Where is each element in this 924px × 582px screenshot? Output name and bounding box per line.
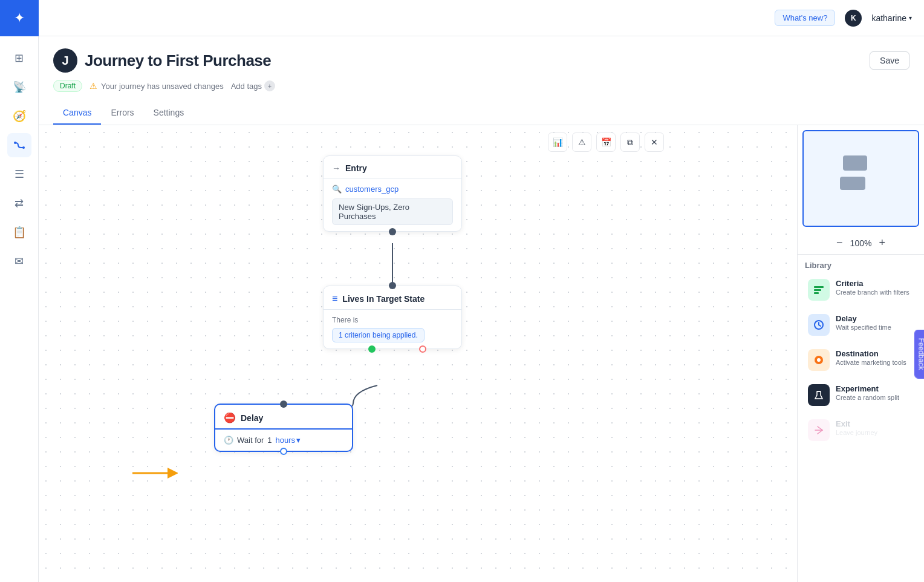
exit-lib-name: Exit bbox=[836, 419, 877, 428]
close-icon[interactable]: ✕ bbox=[645, 132, 664, 152]
page-header: J Journey to First Purchase Save Draft ⚠… bbox=[39, 36, 924, 125]
criteria-lib-desc: Create branch with filters bbox=[836, 289, 909, 296]
status-badge: Draft bbox=[53, 80, 82, 92]
delay-top-dot bbox=[280, 401, 287, 408]
svg-rect-6 bbox=[814, 292, 819, 294]
sidebar-item-navigation[interactable]: 🧭 bbox=[7, 104, 31, 128]
library-header: Library bbox=[798, 255, 924, 273]
hours-select[interactable]: hours ▾ bbox=[276, 436, 301, 445]
criteria-node[interactable]: ≡ Lives In Target State There is 1 crite… bbox=[323, 286, 462, 349]
right-panel: Feedback − 100% + Library bbox=[797, 125, 924, 582]
delay-lib-text: Delay Wait specified time bbox=[836, 314, 891, 331]
there-is-text: There is bbox=[332, 316, 453, 324]
sidebar-item-reports[interactable]: 📋 bbox=[7, 220, 31, 244]
zoom-out-button[interactable]: − bbox=[836, 237, 843, 249]
tab-canvas[interactable]: Canvas bbox=[53, 102, 101, 125]
sidebar-item-integrations[interactable]: ⇄ bbox=[7, 191, 31, 215]
save-button[interactable]: Save bbox=[870, 51, 909, 70]
minimap-node-1 bbox=[843, 155, 867, 171]
warning-icon: ⚠ bbox=[89, 81, 97, 91]
wait-value: 1 bbox=[267, 436, 272, 445]
criterion-badge: 1 criterion being applied. bbox=[332, 328, 425, 342]
canvas[interactable]: 📊 ⚠ 📅 ⧉ ✕ → Entry bbox=[39, 125, 797, 582]
arrow-annotation bbox=[129, 464, 178, 482]
criteria-header: ≡ Lives In Target State bbox=[324, 286, 461, 310]
username-dropdown[interactable]: katharine ▾ bbox=[871, 13, 912, 23]
entry-node[interactable]: → Entry 🔍 customers_gcp New Sign-Ups, Ze… bbox=[323, 155, 462, 232]
unsaved-message: ⚠ Your journey has unsaved changes bbox=[89, 81, 224, 91]
library-items: Criteria Create branch with filters Dela… bbox=[798, 273, 924, 582]
library-item-destination[interactable]: Destination Activate marketing tools bbox=[802, 344, 919, 376]
criteria-yes-dot bbox=[368, 345, 376, 353]
chevron-down-icon: ▾ bbox=[909, 15, 912, 21]
calendar-icon[interactable]: 📅 bbox=[596, 132, 616, 152]
copy-icon[interactable]: ⧉ bbox=[620, 132, 640, 152]
minimap[interactable] bbox=[802, 130, 919, 227]
entry-bottom-dot bbox=[389, 228, 396, 235]
destination-lib-desc: Activate marketing tools bbox=[836, 359, 906, 366]
sidebar: ⊞ 📡 🧭 ☰ ⇄ 📋 ✉ bbox=[0, 36, 39, 582]
topbar-right: What's new? K katharine ▾ bbox=[775, 10, 912, 27]
tab-settings[interactable]: Settings bbox=[144, 102, 194, 125]
whats-new-button[interactable]: What's new? bbox=[775, 10, 835, 26]
segment-name: 🔍 customers_gcp bbox=[332, 185, 453, 194]
criteria-icon: ≡ bbox=[332, 293, 337, 304]
library-item-delay[interactable]: Delay Wait specified time bbox=[802, 309, 919, 341]
status-row: Draft ⚠ Your journey has unsaved changes… bbox=[53, 80, 909, 99]
segment-tag: New Sign-Ups, Zero Purchases bbox=[332, 198, 453, 225]
delay-icon: ⛔ bbox=[224, 412, 236, 423]
destination-lib-name: Destination bbox=[836, 349, 906, 358]
exit-lib-icon bbox=[808, 419, 830, 441]
experiment-lib-text: Experiment Create a random split bbox=[836, 384, 899, 401]
alert-icon[interactable]: ⚠ bbox=[572, 132, 591, 152]
logo-icon: ✦ bbox=[14, 10, 25, 26]
delay-bottom-dot bbox=[280, 448, 287, 455]
sidebar-item-messages[interactable]: ✉ bbox=[7, 249, 31, 273]
zoom-level: 100% bbox=[850, 238, 872, 248]
delay-lib-desc: Wait specified time bbox=[836, 324, 891, 331]
exit-lib-desc: Leave journey bbox=[836, 429, 877, 436]
exit-lib-text: Exit Leave journey bbox=[836, 419, 877, 436]
entry-label: Entry bbox=[345, 163, 367, 173]
journey-avatar: J bbox=[53, 48, 77, 73]
minimap-node-2 bbox=[840, 177, 865, 190]
sidebar-item-dashboard[interactable]: ⊞ bbox=[7, 46, 31, 70]
topbar: ✦ What's new? K katharine ▾ bbox=[0, 0, 924, 36]
criteria-lib-text: Criteria Create branch with filters bbox=[836, 279, 909, 296]
main-content: J Journey to First Purchase Save Draft ⚠… bbox=[39, 36, 924, 582]
entry-body: 🔍 customers_gcp New Sign-Ups, Zero Purch… bbox=[324, 178, 461, 231]
sidebar-item-lists[interactable]: ☰ bbox=[7, 162, 31, 186]
sidebar-item-journeys[interactable] bbox=[7, 133, 31, 157]
zoom-in-button[interactable]: + bbox=[879, 237, 885, 249]
entry-header: → Entry bbox=[324, 156, 461, 178]
page-title: Journey to First Purchase bbox=[85, 51, 271, 70]
destination-lib-text: Destination Activate marketing tools bbox=[836, 349, 906, 366]
search-icon: 🔍 bbox=[332, 185, 342, 194]
experiment-lib-name: Experiment bbox=[836, 384, 899, 393]
feedback-tab[interactable]: Feedback bbox=[915, 329, 924, 378]
experiment-lib-icon bbox=[808, 384, 830, 406]
delay-lib-icon bbox=[808, 314, 830, 336]
add-tags-button[interactable]: Add tags + bbox=[231, 80, 275, 91]
criteria-no-dot bbox=[419, 345, 426, 353]
avatar: K bbox=[845, 10, 862, 27]
library-item-criteria[interactable]: Criteria Create branch with filters bbox=[802, 273, 919, 306]
criteria-top-dot bbox=[389, 282, 396, 289]
delay-node[interactable]: ⛔ Delay 🕐 Wait for 1 hours ▾ bbox=[214, 404, 353, 452]
wait-row: 🕐 Wait for 1 hours ▾ bbox=[224, 436, 343, 445]
analytics-icon[interactable]: 📊 bbox=[548, 132, 567, 152]
criteria-body: There is 1 criterion being applied. bbox=[324, 310, 461, 348]
entry-icon: → bbox=[332, 163, 340, 173]
chevron-down-icon: ▾ bbox=[296, 436, 301, 445]
library-item-experiment[interactable]: Experiment Create a random split bbox=[802, 379, 919, 411]
tab-bar: Canvas Errors Settings bbox=[53, 102, 909, 125]
wait-label: Wait for bbox=[237, 436, 264, 445]
logo-area: ✦ bbox=[0, 0, 39, 36]
destination-lib-icon bbox=[808, 349, 830, 371]
sidebar-item-broadcasts[interactable]: 📡 bbox=[7, 75, 31, 99]
library-item-exit[interactable]: Exit Leave journey bbox=[802, 414, 919, 446]
title-row: J Journey to First Purchase Save bbox=[53, 48, 909, 73]
tab-errors[interactable]: Errors bbox=[101, 102, 143, 125]
zoom-controls: − 100% + bbox=[798, 232, 924, 255]
clock-icon: 🕐 bbox=[224, 436, 233, 445]
